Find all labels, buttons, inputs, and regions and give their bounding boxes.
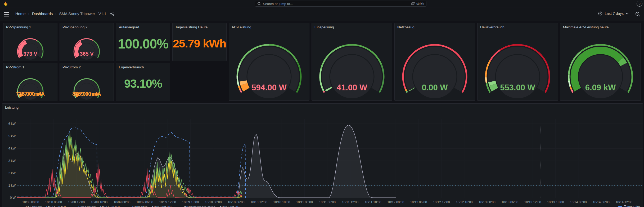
clock-icon [598, 11, 602, 16]
panel-title[interactable]: Maximale AC-Leistung heute [563, 25, 609, 29]
panel-leistung-chart: Leistung 0 W1 kW2 kW3 kW4 kW5 kW6 kW 10/… [2, 103, 643, 207]
panel-title[interactable]: Netzbezug [397, 25, 415, 29]
gauge-hausverbrauch: 553.00 W [478, 34, 558, 100]
chevron-right-icon: › [28, 12, 29, 16]
x-tick-label: 10/13 00:00 [479, 200, 495, 204]
gauge-value: 373 V [23, 51, 37, 57]
series-temperatur [17, 127, 245, 198]
gauge-svg: 6.09 kW [560, 34, 641, 100]
x-tick-label: 10/09 18:00 [182, 200, 199, 204]
gauge-einspeisung: 41.00 W [312, 34, 392, 100]
x-tick-label: 10/11 18:00 [365, 200, 381, 204]
legend-label: PV-Leistung [25, 205, 42, 207]
panel-pv-spannung-1: PV-Spannung 1 373 V [3, 23, 57, 61]
stat-value-eigenverbrauch: 93.10% [116, 77, 170, 90]
share-icon[interactable] [110, 12, 114, 16]
x-tick-label: 10/12 18:00 [456, 200, 472, 204]
panel-title[interactable]: PV-Spannung 2 [62, 25, 88, 29]
x-tick-label: 10/10 00:00 [205, 200, 222, 204]
legend-max-value: Max: 2.93 kW [152, 205, 171, 207]
help-icon[interactable]: ? [637, 1, 642, 7]
chart-legend-right[interactable]: Temperatur [618, 205, 640, 207]
gauge-svg: 594.00 W [229, 34, 309, 100]
x-tick-label: 10/08 18:00 [91, 200, 107, 204]
legend-item-netzbezug[interactable]: NetzbezugMax: 2.93 kW [127, 205, 172, 207]
legend-item-pv-leistung[interactable]: PV-LeistungMax: 5.59 kW [19, 205, 66, 207]
panel-title[interactable]: PV-Strom 2 [62, 65, 81, 69]
gauge-pv-spannung-1: 373 V [3, 31, 57, 61]
y-tick-label: 5 kW [3, 134, 16, 138]
x-tick-label: 10/10 06:00 [228, 200, 244, 204]
x-tick-label: 10/09 00:00 [114, 200, 130, 204]
gauge-value: 787.00 mA [19, 91, 45, 97]
x-tick-label: 10/14 06:00 [593, 200, 609, 204]
x-tick-label: 10/11 12:00 [342, 200, 359, 204]
gauge-ac-leistung: 594.00 W [229, 34, 309, 100]
y-tick-label: 1 kW [3, 184, 16, 187]
x-tick-label: 10/09 12:00 [159, 200, 176, 204]
x-tick-label: 10/14 00:00 [570, 200, 587, 204]
y-tick-label: 0 W [3, 196, 16, 200]
gauge-svg: 0.00 W [395, 34, 475, 100]
menu-icon[interactable] [4, 12, 10, 17]
x-tick-label: 10/12 06:00 [410, 200, 427, 204]
grafana-logo[interactable] [3, 1, 8, 6]
leistung-plot[interactable] [17, 116, 643, 200]
chevron-down-icon [626, 13, 629, 15]
panel-eigenverbrauch: Eigenverbrauch 93.10% [116, 63, 170, 101]
x-tick-label: 10/11 00:00 [296, 200, 313, 204]
panel-einspeisung: Einspeisung 41.00 W [312, 23, 392, 101]
x-tick-label: 10/14 12:00 [616, 200, 632, 204]
zoom-out-icon[interactable] [635, 12, 640, 17]
time-range-picker[interactable]: Last 7 days [598, 11, 629, 16]
shortcut-hint: ctrl+k [411, 2, 424, 6]
x-tick-label: 10/08 12:00 [68, 200, 85, 204]
breadcrumb-current-dashboard: SMA Sunny Tripower - V1.1 [59, 12, 106, 16]
panel-title[interactable]: Eigenverbrauch [119, 65, 144, 69]
x-tick-label: 10/10 18:00 [273, 200, 290, 204]
gauge-svg: 553.00 W [478, 34, 558, 100]
y-tick-label: 6 kW [3, 122, 16, 126]
panel-title[interactable]: PV-Strom 1 [6, 65, 24, 69]
keyboard-icon [411, 2, 415, 5]
legend-label: Einspeisung [78, 205, 96, 207]
search-icon [257, 2, 261, 6]
panel-title[interactable]: Tagesleistung Heute [175, 25, 208, 29]
chart-legend: PV-LeistungMax: 5.59 kWEinspeisungMax: 5… [19, 205, 641, 207]
legend-label: Temperatur [624, 205, 640, 207]
gauge-value: 365 V [80, 51, 94, 57]
panel-title[interactable]: AC-Leistung [232, 25, 251, 29]
search-input[interactable]: Search or jump to... ctrl+k [255, 1, 426, 7]
gauge-value: 869.00 mA [75, 91, 101, 97]
x-tick-label: 10/09 06:00 [136, 200, 153, 204]
breadcrumb-home[interactable]: Home [15, 12, 26, 16]
gauge-maximale-ac-leistung: 6.09 kW [560, 34, 641, 100]
panel-title[interactable]: Autarkiegrad [119, 25, 139, 29]
gauge-svg: 373 V [3, 31, 57, 61]
legend-max-value: Max: 5.02 kW [100, 205, 119, 207]
x-tick-label: 10/12 12:00 [433, 200, 450, 204]
panel-title[interactable]: Einspeisung [314, 25, 334, 29]
gauge-svg: 365 V [60, 31, 114, 61]
time-range-label: Last 7 days [605, 11, 624, 16]
panel-title[interactable]: PV-Spannung 1 [6, 25, 31, 29]
x-tick-label: 10/13 12:00 [524, 200, 541, 204]
panel-autarkiegrad: Autarkiegrad 100.00% [116, 23, 170, 61]
panel-title[interactable]: Hausverbrauch [480, 25, 505, 29]
legend-item-wetterprognose-mean[interactable]: Wetterprognose meanMax: 5.92 kW [178, 205, 240, 207]
panel-pv-spannung-2: PV-Spannung 2 365 V [60, 23, 114, 61]
breadcrumb-dashboards[interactable]: Dashboards [32, 12, 53, 16]
gauge-value: 41.00 W [337, 83, 367, 92]
panel-netzbezug: Netzbezug 0.00 W [394, 23, 475, 101]
legend-item-einspeisung[interactable]: EinspeisungMax: 5.02 kW [73, 205, 120, 207]
panel-title[interactable]: Leistung [5, 105, 19, 109]
gauge-value: 0.00 W [422, 83, 448, 92]
panel-pv-strom-1: PV-Strom 1 738.00 mA787.00 mA [3, 63, 57, 101]
series-einspeisung [17, 136, 242, 198]
search-placeholder: Search or jump to... [263, 2, 409, 6]
panel-maximale-ac-leistung: Maximale AC-Leistung heute 6.09 kW [560, 23, 641, 101]
series-netzbezug [17, 162, 242, 197]
x-tick-label: 10/11 06:00 [319, 200, 336, 204]
stat-value-autarkiegrad: 100.00% [116, 36, 170, 51]
panel-pv-strom-2: PV-Strom 2 865.00 mA869.00 mA [60, 63, 114, 101]
